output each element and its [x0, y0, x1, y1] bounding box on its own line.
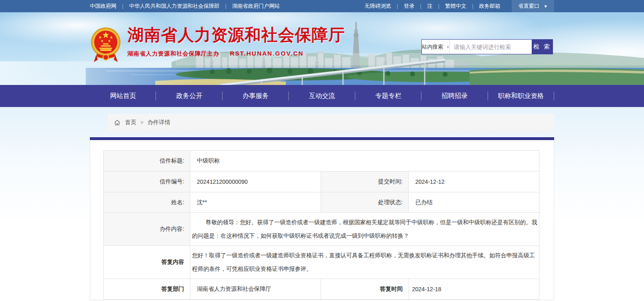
breadcrumb-separator: > [140, 120, 143, 125]
site-domain: RST.HUNAN.GOV.CN [230, 50, 304, 57]
site-search-bar: 站内搜索 ∨ 检 索 [421, 39, 553, 54]
top-utility-bar: 中国政府网 | 中华人民共和国人力资源和社会保障部 | 湖南省政府门户网站 无障… [0, 0, 644, 12]
reply-time-value: 2024-12-18 [409, 279, 539, 300]
nav-item-professional-titles[interactable]: 职称和职业资格 [488, 85, 554, 107]
table-row: 答复部门 湖南省人力资源和社会保障厅 答复时间 2024-12-18 [104, 279, 539, 300]
nav-item-recruitment[interactable]: 招聘招录 [421, 85, 488, 107]
content-value: 尊敬的领导：您好。获得了一级造价或者一级建造师，根据国家相关规定就等同于中级职称… [192, 216, 537, 243]
table-row: 办件内容: 尊敬的领导：您好。获得了一级造价或者一级建造师，根据国家相关规定就等… [104, 213, 539, 246]
chevron-down-icon: ▼ [544, 4, 548, 9]
header-banner: 湖南省人力资源和社会保障厅 湖南省人力资源和社会保障厅主办 RST.HUNAN.… [0, 12, 644, 85]
link-traditional-chinese[interactable]: 繁體中文 [439, 0, 472, 12]
nav-item-services[interactable]: 办事服务 [223, 85, 289, 107]
table-row: 信件编号: 2024121200000090 提交时间: 2024-12-12 [104, 172, 539, 192]
chevron-down-icon: ∨ [446, 45, 449, 49]
nav-item-home[interactable]: 网站首页 [90, 85, 156, 107]
province-window-dropdown[interactable]: 省直窗口 ▼ [512, 0, 554, 12]
status-label: 处理状态: [321, 192, 409, 213]
main-navigation: 网站首页 政务公开 办事服务 互动交流 专题专栏 招聘招录 职称和职业资格 [0, 85, 644, 107]
name-value: 沈** [190, 192, 321, 213]
site-brand: 湖南省人力资源和社会保障厅 湖南省人力资源和社会保障厅主办 RST.HUNAN.… [90, 25, 345, 65]
letter-title-value: 中级职称 [190, 151, 539, 172]
section-accent-line [90, 137, 554, 140]
reply-time-label: 答复时间 [321, 279, 409, 300]
search-scope-label: 站内搜索 [422, 43, 443, 51]
national-emblem-logo [90, 25, 122, 65]
link-login[interactable]: 登录 [398, 0, 420, 12]
breadcrumb-current: 办件详情 [147, 119, 170, 126]
province-window-label: 省直窗口 [518, 2, 539, 10]
nav-item-interaction[interactable]: 互动交流 [289, 85, 355, 107]
link-china-gov[interactable]: 中国政府网 [90, 0, 122, 12]
nav-item-special-topics[interactable]: 专题专栏 [355, 85, 421, 107]
link-mohrss[interactable]: 中华人民共和国人力资源和社会保障部 [123, 0, 225, 12]
link-hunan-gov-portal[interactable]: 湖南省政府门户网站 [226, 0, 285, 12]
link-gov-mailbox[interactable]: 政务邮箱 [473, 0, 506, 12]
nav-item-gov-info[interactable]: 政务公开 [156, 85, 222, 107]
home-icon [114, 119, 121, 126]
search-input[interactable] [450, 40, 532, 54]
reply-dept-label: 答复部门 [104, 279, 190, 300]
reply-content-cell: 您好！取得了一级造价或者一级建造师职业资格证书，直接认可具备工程师职称，无需换发… [190, 246, 539, 279]
top-right-links: 无障碍浏览 | 登录 | 注 | 繁體中文 | 政务邮箱 省直窗口 ▼ [365, 0, 554, 12]
link-register[interactable]: 注 [421, 0, 438, 12]
content-value-cell: 尊敬的领导：您好。获得了一级造价或者一级建造师，根据国家相关规定就等同于中级职称… [190, 213, 539, 246]
reply-content-label: 答复内容 [104, 246, 190, 279]
submit-time-value: 2024-12-12 [409, 172, 539, 192]
table-row: 信件标题: 中级职称 [104, 151, 539, 172]
link-accessibility[interactable]: 无障碍浏览 [365, 0, 397, 12]
table-row: 姓名: 沈** 处理状态: 已办结 [104, 192, 539, 213]
site-title: 湖南省人力资源和社会保障厅 [127, 25, 345, 44]
letter-number-value: 2024121200000090 [190, 172, 321, 192]
letter-detail-panel: 信件标题: 中级职称 信件编号: 2024121200000090 提交时间: … [90, 140, 554, 300]
status-value: 已办结 [409, 192, 539, 213]
table-row: 答复内容 您好！取得了一级造价或者一级建造师职业资格证书，直接认可具备工程师职称… [104, 246, 539, 279]
name-label: 姓名: [104, 192, 190, 213]
search-scope-select[interactable]: 站内搜索 ∨ [422, 40, 450, 54]
letter-number-label: 信件编号: [104, 172, 190, 192]
site-subtitle: 湖南省人力资源和社会保障厅主办 [127, 50, 219, 58]
reply-dept-value: 湖南省人力资源和社会保障厅 [190, 279, 321, 300]
content-label: 办件内容: [104, 213, 190, 246]
letter-detail-table: 信件标题: 中级职称 信件编号: 2024121200000090 提交时间: … [103, 150, 539, 300]
reply-content-value: 您好！取得了一级造价或者一级建造师职业资格证书，直接认可具备工程师职称，无需换发… [192, 249, 537, 276]
submit-time-label: 提交时间: [321, 172, 409, 192]
breadcrumb: 首页 > 办件详情 [108, 114, 554, 132]
letter-title-label: 信件标题: [104, 151, 190, 172]
search-button[interactable]: 检 索 [532, 40, 553, 54]
breadcrumb-home-link[interactable]: 首页 [125, 119, 136, 126]
top-left-links: 中国政府网 | 中华人民共和国人力资源和社会保障部 | 湖南省政府门户网站 [90, 0, 285, 12]
